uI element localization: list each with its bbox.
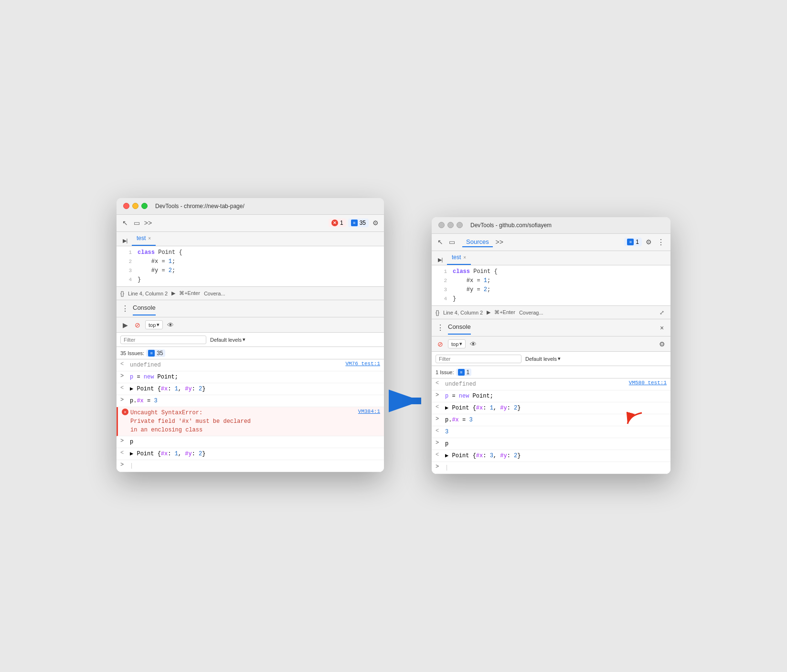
tabs-bar-2: ▶| test × xyxy=(432,251,670,265)
settings-icon[interactable]: ⚙ xyxy=(371,218,380,228)
title-bar-1: DevTools - chrome://new-tab-page/ xyxy=(117,198,384,215)
issues-badge-1[interactable]: ≡ 35 xyxy=(146,349,165,357)
traffic-lights-2 xyxy=(438,222,463,228)
device-icon[interactable]: ▭ xyxy=(132,218,141,228)
main-toolbar-2: ↖ ▭ Sources >> ≡ 1 ⚙ ⋮ xyxy=(432,234,670,251)
sources-tab-area: Sources xyxy=(462,237,493,247)
chevron-down-icon-2: ▾ xyxy=(243,336,245,343)
message-count: 35 xyxy=(360,220,366,226)
more-panels-icon-2[interactable]: >> xyxy=(495,237,504,247)
context-selector-2[interactable]: top ▾ xyxy=(448,339,466,348)
panel-title-2: Console xyxy=(448,321,471,334)
panel-close-icon[interactable]: × xyxy=(657,323,667,333)
message-icon-2: ≡ xyxy=(627,239,634,245)
maximize-button[interactable] xyxy=(141,203,148,209)
more-menu-icon[interactable]: ⋮ xyxy=(655,238,667,247)
tab-test-1[interactable]: test × xyxy=(132,232,156,246)
issues-label-2: 1 Issue: xyxy=(436,369,454,375)
run-label: ⌘+Enter xyxy=(179,290,200,296)
sources-tab-btn[interactable]: Sources xyxy=(462,237,493,247)
console-row-5: > p xyxy=(117,436,384,448)
code-line-2-4: 4 } xyxy=(432,294,670,304)
line-col-2: Line 4, Column 2 xyxy=(443,310,483,315)
status-bar-2: {} Line 4, Column 2 ▶ ⌘+Enter Coverag...… xyxy=(432,306,670,319)
coverage-label: Covera... xyxy=(204,291,225,296)
code-editor-1[interactable]: 1 class Point { 2 #x = 1; 3 #y = 2; 4 } xyxy=(117,246,384,287)
error-count: 1 xyxy=(340,220,343,226)
clear-icon[interactable]: ▶ xyxy=(120,320,130,330)
close-button-2[interactable] xyxy=(438,222,445,228)
panel-title-1: Console xyxy=(133,302,156,315)
console-input-row-1[interactable]: > | xyxy=(117,460,384,472)
code-line-1: 1 class Point { xyxy=(117,248,384,257)
console-row-3: > p.#x = 3 xyxy=(117,395,384,407)
format-icon-2[interactable]: {} xyxy=(436,309,439,316)
error-badge[interactable]: ✕ 1 xyxy=(329,219,346,227)
status-bar-1: {} Line 4, Column 2 ▶ ⌘+Enter Covera... xyxy=(117,287,384,300)
row-source-4[interactable]: VM384:1 xyxy=(358,409,380,414)
code-line-2-3: 3 #y = 2; xyxy=(432,285,670,294)
maximize-button-2[interactable] xyxy=(457,222,463,228)
message-badge[interactable]: ≡ 35 xyxy=(348,219,369,227)
tab-close-1[interactable]: × xyxy=(148,236,151,241)
run-icon[interactable]: ▶ xyxy=(171,290,175,296)
panel-toggle-icon-2[interactable]: ▶| xyxy=(436,255,445,265)
console-row-0: < undefined VM76 test:1 xyxy=(117,359,384,371)
settings-icon-2[interactable]: ⚙ xyxy=(644,237,653,247)
row-source-0[interactable]: VM76 test:1 xyxy=(345,361,380,367)
code-line-4: 4 } xyxy=(117,275,384,284)
code-line-3: 3 #y = 2; xyxy=(117,266,384,275)
direction-arrow xyxy=(384,389,432,413)
settings-icon-3[interactable]: ⚙ xyxy=(657,339,667,349)
block-icon[interactable]: ⊘ xyxy=(133,320,142,330)
console-output-1: < undefined VM76 test:1 > p = new Point;… xyxy=(117,359,384,472)
eye-icon-2[interactable]: 👁 xyxy=(468,339,478,349)
filter-input-2[interactable] xyxy=(436,355,521,363)
panel-toggle-icon[interactable]: ▶| xyxy=(120,236,130,246)
eye-icon[interactable]: 👁 xyxy=(166,320,175,330)
context-label: top xyxy=(149,322,156,328)
console-row-1: > p = new Point; xyxy=(117,371,384,383)
block-icon-2[interactable]: ⊘ xyxy=(436,339,445,349)
issues-count-1: 35 xyxy=(157,350,163,357)
minimize-button[interactable] xyxy=(132,203,138,209)
title-bar-2: DevTools - github.com/sofiayem xyxy=(432,217,670,234)
tabs-bar-1: ▶| test × xyxy=(117,232,384,246)
inspect-icon-2[interactable]: ↖ xyxy=(436,237,445,247)
row-source-2-0[interactable]: VM580 test:1 xyxy=(629,380,667,386)
panel-more-icon-2[interactable]: ⋮ xyxy=(436,323,445,333)
console-toolbar-2: ⊘ top ▾ 👁 ⚙ xyxy=(432,336,670,352)
console-row-2-0: < undefined VM580 test:1 xyxy=(432,378,670,390)
issues-badge-2[interactable]: ≡ 1 xyxy=(456,368,472,376)
format-icon[interactable]: {} xyxy=(120,290,124,297)
message-badge-2[interactable]: ≡ 1 xyxy=(624,238,642,246)
default-levels-btn-2[interactable]: Default levels ▾ xyxy=(525,356,561,362)
filter-bar-2: Default levels ▾ xyxy=(432,352,670,366)
run-icon-2[interactable]: ▶ xyxy=(487,309,490,315)
console-toolbar-1: ▶ ⊘ top ▾ 👁 xyxy=(117,317,384,333)
console-input-row-2[interactable]: > | xyxy=(432,462,670,474)
expand-icon[interactable]: ⤢ xyxy=(657,308,667,317)
tab-label-2: test xyxy=(452,254,461,261)
device-icon-2[interactable]: ▭ xyxy=(447,237,457,247)
issues-msg-icon-1: ≡ xyxy=(148,350,155,357)
minimize-button-2[interactable] xyxy=(447,222,454,228)
tab-test-2[interactable]: test × xyxy=(447,251,471,265)
default-levels-btn-1[interactable]: Default levels ▾ xyxy=(210,336,245,343)
issues-bar-2: 1 Issue: ≡ 1 xyxy=(432,366,670,378)
inspect-icon[interactable]: ↖ xyxy=(120,218,130,228)
more-panels-icon[interactable]: >> xyxy=(143,218,153,228)
close-button[interactable] xyxy=(123,203,129,209)
scene: DevTools - chrome://new-tab-page/ ↖ ▭ >>… xyxy=(117,198,670,474)
panel-more-icon[interactable]: ⋮ xyxy=(120,304,130,314)
arrow-svg xyxy=(389,389,427,413)
tab-label-1: test xyxy=(137,235,146,242)
window-title-2: DevTools - github.com/sofiayem xyxy=(470,222,552,229)
context-selector[interactable]: top ▾ xyxy=(145,320,163,329)
console-row-6: < ▶ Point {#x: 1, #y: 2} xyxy=(117,448,384,460)
error-icon-inline: ✕ xyxy=(122,409,128,415)
code-editor-2[interactable]: 1 class Point { 2 #x = 1; 3 #y = 2; 4 } xyxy=(432,265,670,306)
tab-close-2[interactable]: × xyxy=(463,255,466,260)
filter-input-1[interactable] xyxy=(120,336,206,344)
devtools-window-2: DevTools - github.com/sofiayem ↖ ▭ Sourc… xyxy=(432,217,670,474)
